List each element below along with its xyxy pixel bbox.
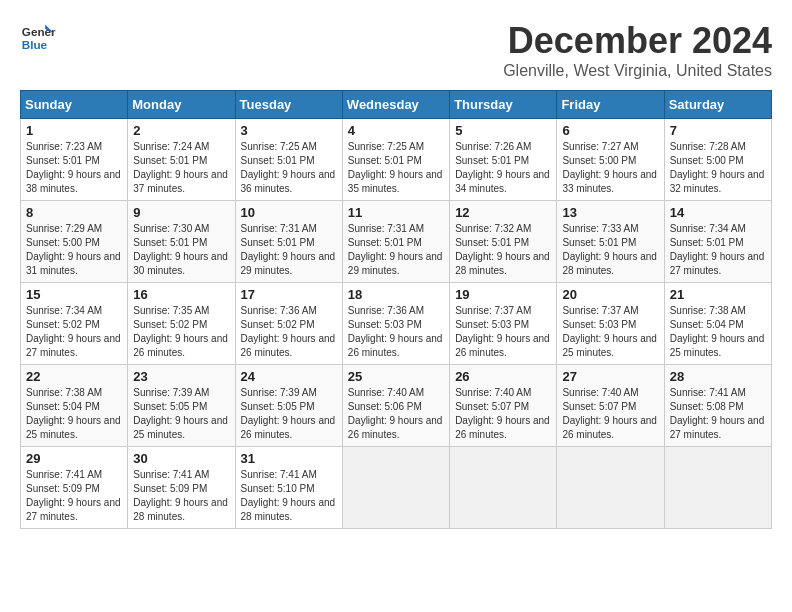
calendar-cell: 31Sunrise: 7:41 AM Sunset: 5:10 PM Dayli… — [235, 447, 342, 529]
day-number: 21 — [670, 287, 766, 302]
day-info: Sunrise: 7:28 AM Sunset: 5:00 PM Dayligh… — [670, 140, 766, 196]
calendar-cell: 23Sunrise: 7:39 AM Sunset: 5:05 PM Dayli… — [128, 365, 235, 447]
calendar-cell: 9Sunrise: 7:30 AM Sunset: 5:01 PM Daylig… — [128, 201, 235, 283]
day-info: Sunrise: 7:29 AM Sunset: 5:00 PM Dayligh… — [26, 222, 122, 278]
calendar-cell: 25Sunrise: 7:40 AM Sunset: 5:06 PM Dayli… — [342, 365, 449, 447]
day-info: Sunrise: 7:40 AM Sunset: 5:06 PM Dayligh… — [348, 386, 444, 442]
day-number: 6 — [562, 123, 658, 138]
day-number: 7 — [670, 123, 766, 138]
day-number: 26 — [455, 369, 551, 384]
day-number: 16 — [133, 287, 229, 302]
calendar-cell — [557, 447, 664, 529]
day-info: Sunrise: 7:30 AM Sunset: 5:01 PM Dayligh… — [133, 222, 229, 278]
day-number: 10 — [241, 205, 337, 220]
calendar-cell: 10Sunrise: 7:31 AM Sunset: 5:01 PM Dayli… — [235, 201, 342, 283]
day-info: Sunrise: 7:26 AM Sunset: 5:01 PM Dayligh… — [455, 140, 551, 196]
day-info: Sunrise: 7:34 AM Sunset: 5:02 PM Dayligh… — [26, 304, 122, 360]
calendar-cell: 4Sunrise: 7:25 AM Sunset: 5:01 PM Daylig… — [342, 119, 449, 201]
month-title: December 2024 — [503, 20, 772, 62]
calendar-cell: 28Sunrise: 7:41 AM Sunset: 5:08 PM Dayli… — [664, 365, 771, 447]
day-number: 14 — [670, 205, 766, 220]
title-area: December 2024 Glenville, West Virginia, … — [503, 20, 772, 80]
day-info: Sunrise: 7:40 AM Sunset: 5:07 PM Dayligh… — [455, 386, 551, 442]
day-number: 18 — [348, 287, 444, 302]
day-number: 13 — [562, 205, 658, 220]
day-info: Sunrise: 7:25 AM Sunset: 5:01 PM Dayligh… — [241, 140, 337, 196]
day-info: Sunrise: 7:41 AM Sunset: 5:10 PM Dayligh… — [241, 468, 337, 524]
calendar-cell: 7Sunrise: 7:28 AM Sunset: 5:00 PM Daylig… — [664, 119, 771, 201]
day-info: Sunrise: 7:31 AM Sunset: 5:01 PM Dayligh… — [348, 222, 444, 278]
col-wednesday: Wednesday — [342, 91, 449, 119]
day-info: Sunrise: 7:38 AM Sunset: 5:04 PM Dayligh… — [670, 304, 766, 360]
day-number: 20 — [562, 287, 658, 302]
calendar-cell: 24Sunrise: 7:39 AM Sunset: 5:05 PM Dayli… — [235, 365, 342, 447]
calendar-cell: 27Sunrise: 7:40 AM Sunset: 5:07 PM Dayli… — [557, 365, 664, 447]
calendar-cell — [342, 447, 449, 529]
calendar-week-row: 1Sunrise: 7:23 AM Sunset: 5:01 PM Daylig… — [21, 119, 772, 201]
calendar-week-row: 22Sunrise: 7:38 AM Sunset: 5:04 PM Dayli… — [21, 365, 772, 447]
logo-icon: General Blue — [20, 20, 56, 56]
calendar-cell: 17Sunrise: 7:36 AM Sunset: 5:02 PM Dayli… — [235, 283, 342, 365]
svg-text:Blue: Blue — [22, 38, 48, 51]
day-info: Sunrise: 7:32 AM Sunset: 5:01 PM Dayligh… — [455, 222, 551, 278]
calendar-week-row: 29Sunrise: 7:41 AM Sunset: 5:09 PM Dayli… — [21, 447, 772, 529]
col-tuesday: Tuesday — [235, 91, 342, 119]
calendar-cell: 15Sunrise: 7:34 AM Sunset: 5:02 PM Dayli… — [21, 283, 128, 365]
day-info: Sunrise: 7:35 AM Sunset: 5:02 PM Dayligh… — [133, 304, 229, 360]
calendar-cell: 29Sunrise: 7:41 AM Sunset: 5:09 PM Dayli… — [21, 447, 128, 529]
calendar-cell: 19Sunrise: 7:37 AM Sunset: 5:03 PM Dayli… — [450, 283, 557, 365]
day-info: Sunrise: 7:41 AM Sunset: 5:09 PM Dayligh… — [26, 468, 122, 524]
calendar-cell: 6Sunrise: 7:27 AM Sunset: 5:00 PM Daylig… — [557, 119, 664, 201]
day-info: Sunrise: 7:40 AM Sunset: 5:07 PM Dayligh… — [562, 386, 658, 442]
col-friday: Friday — [557, 91, 664, 119]
calendar-cell: 14Sunrise: 7:34 AM Sunset: 5:01 PM Dayli… — [664, 201, 771, 283]
day-number: 4 — [348, 123, 444, 138]
day-number: 11 — [348, 205, 444, 220]
day-number: 31 — [241, 451, 337, 466]
col-monday: Monday — [128, 91, 235, 119]
day-number: 5 — [455, 123, 551, 138]
day-number: 24 — [241, 369, 337, 384]
calendar-cell: 30Sunrise: 7:41 AM Sunset: 5:09 PM Dayli… — [128, 447, 235, 529]
day-info: Sunrise: 7:38 AM Sunset: 5:04 PM Dayligh… — [26, 386, 122, 442]
calendar-week-row: 8Sunrise: 7:29 AM Sunset: 5:00 PM Daylig… — [21, 201, 772, 283]
day-number: 27 — [562, 369, 658, 384]
day-info: Sunrise: 7:23 AM Sunset: 5:01 PM Dayligh… — [26, 140, 122, 196]
col-thursday: Thursday — [450, 91, 557, 119]
day-info: Sunrise: 7:34 AM Sunset: 5:01 PM Dayligh… — [670, 222, 766, 278]
day-info: Sunrise: 7:41 AM Sunset: 5:08 PM Dayligh… — [670, 386, 766, 442]
day-number: 1 — [26, 123, 122, 138]
day-info: Sunrise: 7:31 AM Sunset: 5:01 PM Dayligh… — [241, 222, 337, 278]
day-number: 2 — [133, 123, 229, 138]
day-number: 17 — [241, 287, 337, 302]
day-number: 9 — [133, 205, 229, 220]
day-info: Sunrise: 7:33 AM Sunset: 5:01 PM Dayligh… — [562, 222, 658, 278]
day-info: Sunrise: 7:41 AM Sunset: 5:09 PM Dayligh… — [133, 468, 229, 524]
day-number: 12 — [455, 205, 551, 220]
day-number: 23 — [133, 369, 229, 384]
day-info: Sunrise: 7:24 AM Sunset: 5:01 PM Dayligh… — [133, 140, 229, 196]
col-saturday: Saturday — [664, 91, 771, 119]
day-number: 15 — [26, 287, 122, 302]
calendar-cell: 26Sunrise: 7:40 AM Sunset: 5:07 PM Dayli… — [450, 365, 557, 447]
day-info: Sunrise: 7:27 AM Sunset: 5:00 PM Dayligh… — [562, 140, 658, 196]
calendar-cell: 12Sunrise: 7:32 AM Sunset: 5:01 PM Dayli… — [450, 201, 557, 283]
calendar-cell: 8Sunrise: 7:29 AM Sunset: 5:00 PM Daylig… — [21, 201, 128, 283]
day-number: 3 — [241, 123, 337, 138]
col-sunday: Sunday — [21, 91, 128, 119]
calendar-cell: 16Sunrise: 7:35 AM Sunset: 5:02 PM Dayli… — [128, 283, 235, 365]
calendar-cell: 11Sunrise: 7:31 AM Sunset: 5:01 PM Dayli… — [342, 201, 449, 283]
day-number: 8 — [26, 205, 122, 220]
calendar-cell: 2Sunrise: 7:24 AM Sunset: 5:01 PM Daylig… — [128, 119, 235, 201]
calendar-cell — [450, 447, 557, 529]
location-title: Glenville, West Virginia, United States — [503, 62, 772, 80]
calendar-cell: 20Sunrise: 7:37 AM Sunset: 5:03 PM Dayli… — [557, 283, 664, 365]
calendar-cell: 18Sunrise: 7:36 AM Sunset: 5:03 PM Dayli… — [342, 283, 449, 365]
logo: General Blue — [20, 20, 56, 56]
calendar-cell: 5Sunrise: 7:26 AM Sunset: 5:01 PM Daylig… — [450, 119, 557, 201]
calendar-cell: 22Sunrise: 7:38 AM Sunset: 5:04 PM Dayli… — [21, 365, 128, 447]
day-info: Sunrise: 7:39 AM Sunset: 5:05 PM Dayligh… — [241, 386, 337, 442]
calendar-cell — [664, 447, 771, 529]
day-info: Sunrise: 7:37 AM Sunset: 5:03 PM Dayligh… — [455, 304, 551, 360]
calendar-cell: 1Sunrise: 7:23 AM Sunset: 5:01 PM Daylig… — [21, 119, 128, 201]
